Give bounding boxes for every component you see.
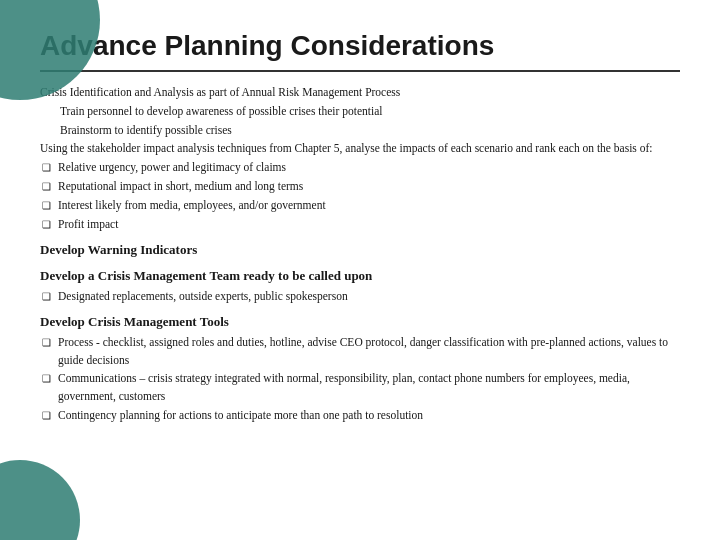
bullet-item-4-1: ❑ Reputational impact in short, medium a…	[42, 178, 680, 196]
title-divider	[40, 70, 680, 72]
bullet-icon: ❑	[42, 198, 58, 214]
bullet-icon: ❑	[42, 160, 58, 176]
bullet-icon: ❑	[42, 335, 58, 351]
bold-section-6: Develop a Crisis Management Team ready t…	[40, 266, 680, 286]
bullet-item-7-0: ❑ Designated replacements, outside exper…	[42, 288, 680, 306]
bullet-text: Process - checklist, assigned roles and …	[58, 334, 680, 370]
page-title: Advance Planning Considerations	[40, 30, 680, 62]
bullet-item-4-0: ❑ Relative urgency, power and legitimacy…	[42, 159, 680, 177]
bullet-item-9-0: ❑ Process - checklist, assigned roles an…	[42, 334, 680, 370]
bullet-icon: ❑	[42, 179, 58, 195]
bullet-icon: ❑	[42, 408, 58, 424]
bullet-text: Reputational impact in short, medium and…	[58, 178, 680, 196]
content-area: Crisis Identification and Analysis as pa…	[40, 84, 680, 425]
plain-text-0: Crisis Identification and Analysis as pa…	[40, 84, 680, 102]
bullet-text: Relative urgency, power and legitimacy o…	[58, 159, 680, 177]
bullet-item-9-2: ❑ Contingency planning for actions to an…	[42, 407, 680, 425]
bullet-item-9-1: ❑ Communications – crisis strategy integ…	[42, 370, 680, 406]
page: Advance Planning Considerations Crisis I…	[0, 0, 720, 540]
bullet-text: Interest likely from media, employees, a…	[58, 197, 680, 215]
plain-text-1: Train personnel to develop awareness of …	[60, 103, 680, 121]
bullet-text: Designated replacements, outside experts…	[58, 288, 680, 306]
bullet-item-4-2: ❑ Interest likely from media, employees,…	[42, 197, 680, 215]
bullet-icon: ❑	[42, 371, 58, 387]
bullet-icon: ❑	[42, 217, 58, 233]
bullet-text: Profit impact	[58, 216, 680, 234]
bold-section-8: Develop Crisis Management Tools	[40, 312, 680, 332]
bullet-item-4-3: ❑ Profit impact	[42, 216, 680, 234]
circle-bottom-left-decoration	[0, 460, 80, 540]
bullet-icon: ❑	[42, 289, 58, 305]
plain-text-2: Brainstorm to identify possible crises	[60, 122, 680, 140]
bullet-text: Communications – crisis strategy integra…	[58, 370, 680, 406]
bullet-text: Contingency planning for actions to anti…	[58, 407, 680, 425]
bold-section-5: Develop Warning Indicators	[40, 240, 680, 260]
plain-text-3: Using the stakeholder impact analysis te…	[40, 140, 680, 158]
